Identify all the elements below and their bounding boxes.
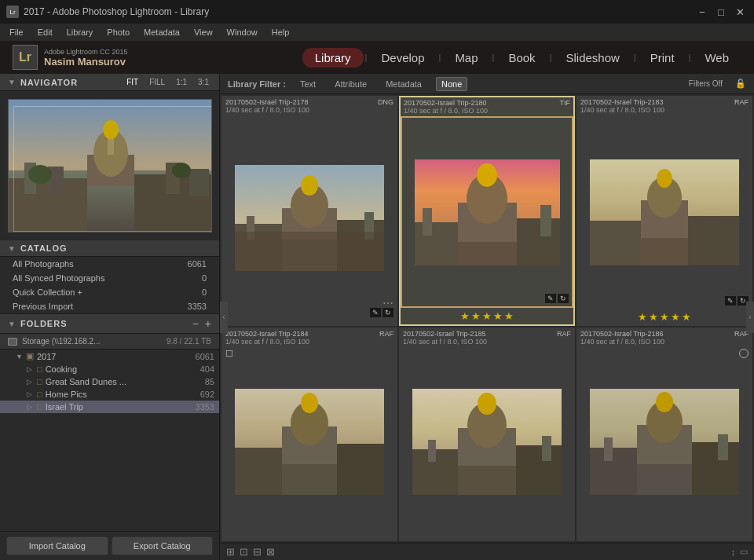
photo-grid: 20170502-Israel Trip-2178 1/40 sec at f … bbox=[220, 94, 754, 543]
photo-2180-rotate-btn[interactable]: ↻ bbox=[558, 294, 569, 303]
catalog-header[interactable]: ▼ Catalog bbox=[0, 240, 219, 257]
photo-2180-star-1[interactable]: ★ bbox=[460, 310, 470, 322]
logo-name: Nasim Mansurov bbox=[44, 56, 128, 68]
tab-book[interactable]: Book bbox=[496, 48, 547, 68]
compare-view-btn[interactable]: ⊟ bbox=[253, 546, 262, 558]
svg-rect-62 bbox=[692, 442, 739, 495]
photo-thumb-area-2178: ✎ ↻ bbox=[222, 115, 397, 320]
catalog-arrow: ▼ bbox=[8, 244, 16, 253]
catalog-quick-collection[interactable]: Quick Collection + 0 bbox=[0, 285, 219, 299]
tab-web[interactable]: Web bbox=[692, 48, 741, 68]
menu-file[interactable]: File bbox=[3, 26, 30, 38]
maximize-button[interactable]: □ bbox=[713, 4, 729, 20]
photo-2180-edit-btn[interactable]: ✎ bbox=[545, 294, 556, 303]
catalog-all-photos[interactable]: All Photographs 6061 bbox=[0, 257, 219, 271]
photo-filename-2183: 20170502-Israel Trip-2183 bbox=[580, 98, 664, 106]
photo-2183-star-3[interactable]: ★ bbox=[660, 311, 669, 323]
svg-rect-64 bbox=[718, 434, 728, 460]
photo-2186-circle-icon[interactable] bbox=[739, 349, 749, 358]
filter-metadata[interactable]: Metadata bbox=[381, 78, 426, 90]
folder-cooking-count: 404 bbox=[200, 364, 214, 374]
photo-2178-edit-btn[interactable]: ✎ bbox=[370, 308, 381, 317]
menu-bar: File Edit Library Photo Metadata View Wi… bbox=[0, 24, 754, 41]
sort-btn[interactable]: ↕ bbox=[731, 547, 736, 557]
svg-rect-31 bbox=[423, 208, 432, 236]
catalog-previous-import[interactable]: Previous Import 3353 bbox=[0, 299, 219, 313]
folder-israel-trip[interactable]: ▷ □ Israel Trip 3353 bbox=[0, 401, 219, 413]
photo-cell-2185[interactable]: 20170502-Israel Trip-2185 1/40 sec at f … bbox=[399, 328, 575, 541]
right-panel-expand[interactable]: › bbox=[746, 302, 754, 333]
svg-rect-61 bbox=[590, 448, 637, 495]
photo-2183-edit-btn[interactable]: ✎ bbox=[725, 296, 736, 306]
menu-edit[interactable]: Edit bbox=[31, 26, 59, 38]
folder-cooking[interactable]: ▷ □ Cooking 404 bbox=[0, 363, 219, 375]
photo-2184-checkbox[interactable]: ☐ bbox=[225, 349, 233, 359]
navigator-header[interactable]: ▼ Navigator FIT FILL 1:1 3:1 bbox=[0, 74, 219, 91]
menu-window[interactable]: Window bbox=[221, 26, 264, 38]
svg-point-51 bbox=[478, 393, 496, 415]
folder-home-pics[interactable]: ▷ □ Home Pics 692 bbox=[0, 388, 219, 401]
menu-metadata[interactable]: Metadata bbox=[137, 26, 186, 38]
storage-item[interactable]: Storage (\\192.168.2... 9.8 / 22.1 TB bbox=[0, 334, 219, 350]
svg-point-12 bbox=[28, 165, 52, 184]
photo-2183-star-2[interactable]: ★ bbox=[649, 311, 658, 323]
photo-2183-star-1[interactable]: ★ bbox=[638, 311, 647, 323]
photo-cell-2184[interactable]: 20170502-Israel Trip-2184 1/40 sec at f … bbox=[221, 328, 397, 541]
svg-rect-54 bbox=[428, 440, 436, 462]
photo-2180-star-2[interactable]: ★ bbox=[471, 310, 481, 322]
photo-2180-star-3[interactable]: ★ bbox=[482, 310, 492, 322]
menu-photo[interactable]: Photo bbox=[101, 26, 136, 38]
tab-library[interactable]: Library bbox=[302, 48, 364, 68]
survey-view-btn[interactable]: ⊠ bbox=[266, 546, 275, 558]
filter-text[interactable]: Text bbox=[295, 78, 320, 90]
folder-home-count: 692 bbox=[200, 390, 214, 399]
export-catalog-button[interactable]: Export Catalog bbox=[112, 536, 214, 555]
close-button[interactable]: ✕ bbox=[732, 4, 748, 20]
menu-help[interactable]: Help bbox=[265, 26, 296, 38]
thumbnail-size-btn[interactable]: ▭ bbox=[740, 547, 748, 557]
tab-slideshow[interactable]: Slideshow bbox=[553, 48, 631, 68]
filter-label: Library Filter : bbox=[228, 79, 286, 89]
grid-view-btn[interactable]: ⊞ bbox=[226, 546, 235, 558]
svg-rect-29 bbox=[415, 222, 458, 265]
photo-filename-2180: 20170502-Israel Trip-2180 bbox=[404, 99, 488, 107]
minimize-button[interactable]: − bbox=[694, 4, 710, 20]
folder-2017[interactable]: ▼ ▣ 2017 6061 bbox=[0, 350, 219, 363]
menu-library[interactable]: Library bbox=[60, 26, 100, 38]
photo-cell-2180[interactable]: 20170502-Israel Trip-2180 1/40 sec at f … bbox=[399, 96, 575, 326]
tab-map[interactable]: Map bbox=[442, 48, 490, 68]
photo-cell-2178[interactable]: 20170502-Israel Trip-2178 1/40 sec at f … bbox=[221, 96, 397, 326]
photo-2183-star-4[interactable]: ★ bbox=[671, 311, 680, 323]
folders-add-btn[interactable]: + bbox=[205, 317, 211, 330]
navigator-preview bbox=[8, 99, 212, 232]
folder-2017-count: 6061 bbox=[196, 352, 214, 361]
left-panel-collapse[interactable]: ‹ bbox=[220, 302, 228, 333]
zoom-fill[interactable]: FILL bbox=[147, 77, 167, 87]
filter-lock-icon[interactable]: 🔓 bbox=[735, 79, 746, 89]
photo-2180-star-5[interactable]: ★ bbox=[504, 310, 514, 322]
tab-develop[interactable]: Develop bbox=[368, 48, 437, 68]
window-title: 2017 - Adobe Photoshop Lightroom - Libra… bbox=[24, 6, 209, 17]
zoom-1-1[interactable]: 1:1 bbox=[174, 77, 189, 87]
filter-attribute[interactable]: Attribute bbox=[330, 78, 372, 90]
photo-cell-2183[interactable]: 20170502-Israel Trip-2183 1/40 sec at f … bbox=[576, 96, 752, 326]
menu-view[interactable]: View bbox=[188, 26, 219, 38]
filter-none[interactable]: None bbox=[436, 77, 467, 91]
catalog-all-synced[interactable]: All Synced Photographs 0 bbox=[0, 271, 219, 285]
loupe-view-btn[interactable]: ⊡ bbox=[240, 546, 248, 558]
photo-2180-star-4[interactable]: ★ bbox=[493, 310, 503, 322]
navigator-title: Navigator bbox=[20, 78, 78, 87]
import-catalog-button[interactable]: Import Catalog bbox=[6, 536, 108, 555]
folder-great-sand-dunes[interactable]: ▷ □ Great Sand Dunes ... 85 bbox=[0, 375, 219, 388]
logo-area: Lr Adobe Lightroom CC 2015 Nasim Mansuro… bbox=[13, 45, 128, 70]
photo-2183-star-5[interactable]: ★ bbox=[682, 311, 691, 323]
folders-section: ▼ Folders − + Storage (\\192.168.2... 9.… bbox=[0, 313, 219, 531]
photo-2178-more-btn[interactable]: ⋯ bbox=[382, 297, 393, 309]
svg-rect-11 bbox=[189, 169, 209, 196]
tab-print[interactable]: Print bbox=[638, 48, 687, 68]
folders-header[interactable]: ▼ Folders − + bbox=[0, 313, 219, 334]
zoom-3-1[interactable]: 3:1 bbox=[196, 77, 211, 87]
photo-cell-2186[interactable]: 20170502-Israel Trip-2186 1/40 sec at f … bbox=[576, 328, 752, 541]
zoom-fit[interactable]: FIT bbox=[124, 77, 141, 87]
folders-remove-btn[interactable]: − bbox=[192, 317, 199, 330]
